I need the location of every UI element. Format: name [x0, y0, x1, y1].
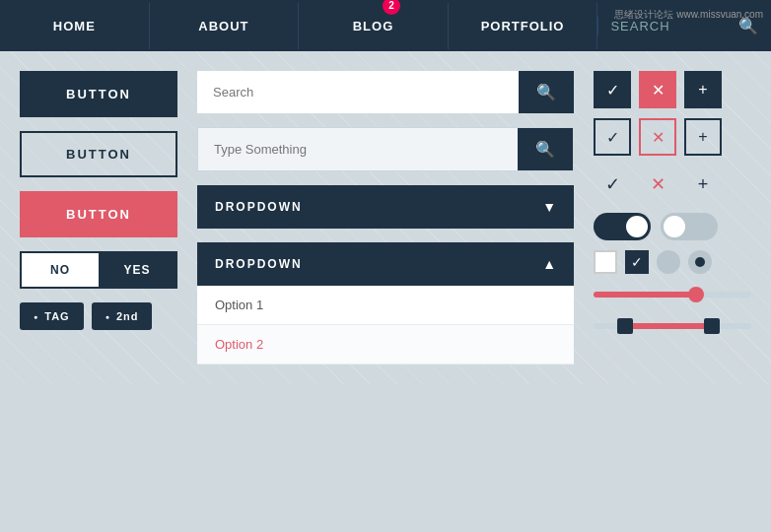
radio-unchecked[interactable] [657, 250, 680, 274]
cross-plain-icon: ✕ [639, 166, 676, 203]
nav-portfolio-label: PORTFOLIO [481, 19, 565, 33]
search-box: 🔍 [197, 71, 574, 113]
nav-about[interactable]: ABOUT [150, 3, 300, 49]
icon-row-2: ✓ ✕ + [594, 118, 751, 156]
check-outline-button[interactable]: ✓ [594, 118, 631, 156]
sliders [594, 284, 751, 337]
search-input[interactable] [197, 71, 519, 113]
toggle-yes[interactable]: YES [99, 253, 175, 287]
slider-1-fill [594, 292, 696, 298]
toggle-switch-row: NO YES [20, 251, 177, 289]
outline-button[interactable]: BUTTON [20, 131, 177, 177]
search-icon-2: 🔍 [535, 141, 555, 158]
dropdown-option-2[interactable]: Option 2 [197, 325, 574, 365]
text-input[interactable] [198, 128, 518, 170]
primary-button[interactable]: BUTTON [20, 71, 177, 117]
dropdown-1[interactable]: DROPDOWN ▼ [197, 185, 574, 229]
dropdown-option-1[interactable]: Option 1 [197, 286, 574, 325]
form-column: 🔍 🔍 DROPDOWN ▼ DROPDOWN ▲ Option 1 Optio… [197, 71, 574, 365]
buttons-column: BUTTON BUTTON BUTTON NO YES TAG 2nd [20, 71, 177, 365]
toggle-no[interactable]: NO [22, 253, 99, 287]
dropdown-1-label: DROPDOWN [215, 200, 542, 214]
search-icon: 🔍 [536, 84, 556, 100]
checkbox-checked[interactable]: ✓ [625, 250, 649, 274]
toggle-switches-row [594, 213, 751, 240]
toggle-knob-on [626, 216, 648, 237]
nav-home[interactable]: HOME [0, 3, 150, 49]
nav-about-label: ABOUT [198, 19, 248, 33]
dropdown-options: Option 1 Option 2 [197, 286, 574, 365]
plus-filled-button[interactable]: + [684, 71, 722, 108]
nav-blog-label: BLOG [353, 19, 394, 33]
checkbox-unchecked[interactable] [594, 250, 617, 274]
icon-row-1: ✓ ✕ + [594, 71, 751, 108]
tag-2[interactable]: 2nd [92, 302, 153, 330]
text-input-box: 🔍 [197, 127, 574, 171]
check-plain-icon: ✓ [594, 166, 631, 203]
nav-home-label: HOME [53, 19, 96, 33]
slider-2-track[interactable] [594, 323, 751, 329]
toggle-switch-off[interactable] [661, 213, 718, 240]
slider-2-thumb-left[interactable] [617, 318, 633, 334]
icon-row-3: ✓ ✕ + [594, 166, 751, 203]
cross-outline-button[interactable]: ✕ [639, 118, 676, 156]
chevron-down-icon: ▼ [542, 199, 556, 215]
chevron-up-icon: ▲ [542, 256, 556, 272]
toggle-knob-off [664, 216, 685, 237]
checkbox-row: ✓ [594, 250, 751, 274]
slider-1-track[interactable] [594, 292, 751, 298]
radio-selected[interactable] [688, 250, 712, 274]
plus-outline-button[interactable]: + [684, 118, 722, 156]
dropdown-2-header[interactable]: DROPDOWN ▲ [197, 242, 574, 286]
dropdown-2: DROPDOWN ▲ Option 1 Option 2 [197, 242, 574, 365]
search-button[interactable]: 🔍 [519, 71, 574, 113]
slider-2-fill [625, 323, 712, 329]
dropdown-2-label: DROPDOWN [215, 257, 542, 271]
tags-row: TAG 2nd [20, 302, 177, 330]
toggle-switch-on[interactable] [594, 213, 651, 240]
nav-portfolio[interactable]: PORTFOLIO [449, 3, 598, 49]
nav-blog[interactable]: BLOG 2 [299, 3, 449, 49]
slider-1-thumb[interactable] [688, 287, 704, 302]
plus-plain-icon: + [684, 166, 722, 203]
danger-button[interactable]: BUTTON [20, 191, 177, 237]
text-search-button[interactable]: 🔍 [518, 128, 573, 170]
icons-column: ✓ ✕ + ✓ ✕ + ✓ ✕ + ✓ [594, 71, 751, 365]
main-content: BUTTON BUTTON BUTTON NO YES TAG 2nd 🔍 🔍 [0, 51, 771, 384]
slider-2-thumb-right[interactable] [704, 318, 720, 334]
cross-filled-button[interactable]: ✕ [639, 71, 676, 108]
watermark: 思绪设计论坛 www.missvuan.com [614, 8, 763, 22]
check-filled-button[interactable]: ✓ [594, 71, 631, 108]
tag-1[interactable]: TAG [20, 302, 84, 330]
nav-blog-badge: 2 [383, 0, 400, 15]
radio-inner [695, 257, 705, 267]
